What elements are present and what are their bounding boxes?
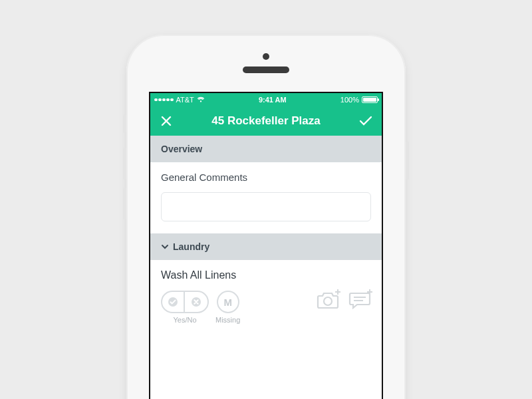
confirm-button[interactable] xyxy=(358,113,374,129)
yes-no-toggle[interactable] xyxy=(161,291,209,313)
nav-header: 45 Rockefeller Plaza xyxy=(150,106,382,136)
phone-screen: AT&T 9:41 AM 100% 45 Rockefeller Plaza xyxy=(149,92,383,399)
battery-icon xyxy=(362,96,378,103)
general-comments-label: General Comments xyxy=(161,172,371,183)
task-title: Wash All Linens xyxy=(150,260,382,284)
task-controls: Yes/No M Missing xyxy=(150,284,382,334)
plus-icon xyxy=(334,289,341,295)
x-icon xyxy=(191,297,201,307)
chevron-down-icon xyxy=(161,241,169,252)
phone-side-button xyxy=(406,141,409,180)
overview-block: General Comments xyxy=(150,162,382,233)
status-right: 100% xyxy=(340,96,378,104)
plus-icon xyxy=(366,289,373,295)
add-photo-button[interactable] xyxy=(317,291,339,312)
phone-side-button xyxy=(123,114,126,133)
check-icon xyxy=(168,297,178,307)
section-header-overview: Overview xyxy=(150,136,382,162)
carrier-label: AT&T xyxy=(176,96,194,104)
status-bar: AT&T 9:41 AM 100% xyxy=(150,93,382,106)
close-icon xyxy=(160,115,172,127)
signal-dots-icon xyxy=(154,98,174,102)
section-label: Laundry xyxy=(173,241,209,252)
phone-frame: AT&T 9:41 AM 100% 45 Rockefeller Plaza xyxy=(126,35,406,399)
close-button[interactable] xyxy=(158,113,174,129)
no-half[interactable] xyxy=(185,292,207,312)
wifi-icon xyxy=(197,96,205,104)
status-left: AT&T xyxy=(154,96,205,104)
phone-side-button xyxy=(123,148,126,180)
page-title: 45 Rockefeller Plaza xyxy=(174,114,358,128)
yes-no-group: Yes/No xyxy=(161,291,209,324)
missing-label: Missing xyxy=(215,316,240,324)
svg-point-2 xyxy=(324,297,332,305)
yes-half[interactable] xyxy=(162,292,185,312)
missing-badge-text: M xyxy=(223,297,232,308)
status-time: 9:41 AM xyxy=(259,96,287,104)
section-header-laundry[interactable]: Laundry xyxy=(150,233,382,260)
add-comment-button[interactable] xyxy=(348,291,371,312)
section-label: Overview xyxy=(161,144,202,154)
check-icon xyxy=(358,115,373,127)
toggle-row: Yes/No M Missing xyxy=(161,291,240,324)
phone-speaker-slot xyxy=(243,66,289,73)
missing-group: M Missing xyxy=(215,291,240,324)
yes-no-label: Yes/No xyxy=(173,316,196,324)
phone-side-button xyxy=(123,188,126,219)
battery-percent: 100% xyxy=(340,96,359,104)
phone-camera-dot xyxy=(263,53,269,60)
task-action-icons xyxy=(317,291,371,312)
missing-button[interactable]: M xyxy=(217,291,239,313)
general-comments-input[interactable] xyxy=(161,192,371,221)
